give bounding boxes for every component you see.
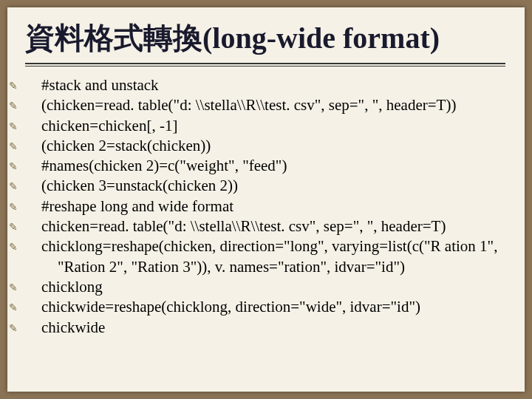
code-line: ✎(chicken 3=unstack(chicken 2)) (41, 176, 507, 196)
code-line: ✎chicklong=reshape(chicken, direction="l… (41, 236, 507, 277)
code-body: ✎#stack and unstack ✎(chicken=read. tabl… (25, 75, 507, 338)
code-line: ✎(chicken 2=stack(chicken)) (41, 136, 507, 156)
code-line: ✎(chicken=read. table("d: \\stella\\R\\t… (41, 95, 507, 115)
bullet-icon: ✎ (25, 100, 35, 113)
slide-title: 資料格式轉換(long-wide format) (25, 18, 507, 58)
code-text: chicklong (41, 278, 103, 296)
code-line: ✎chicklong (41, 277, 507, 297)
bullet-icon: ✎ (25, 160, 35, 174)
divider-thin (25, 66, 505, 66)
bullet-icon: ✎ (25, 221, 35, 234)
code-line: ✎chicken=chicken[, -1] (41, 116, 507, 136)
code-text: #stack and unstack (41, 76, 159, 94)
code-text: (chicken 2=stack(chicken)) (41, 137, 211, 154)
code-line: ✎chickwide=reshape(chicklong, direction=… (41, 297, 507, 317)
code-text: chickwide=reshape(chicklong, direction="… (41, 298, 420, 316)
code-line: ✎chickwide (41, 318, 507, 338)
code-line: ✎#reshape long and wide format (41, 197, 507, 216)
code-text: chicken=read. table("d: \\stella\\R\\tes… (41, 217, 446, 235)
code-text: (chicken 3=unstack(chicken 2)) (41, 177, 238, 194)
code-text: chickwide (41, 318, 105, 336)
bullet-icon: ✎ (25, 140, 35, 154)
code-text: chicklong=reshape(chicken, direction="lo… (41, 237, 497, 275)
bullet-icon: ✎ (25, 301, 35, 315)
bullet-icon: ✎ (25, 322, 35, 335)
bullet-icon: ✎ (25, 282, 35, 295)
bullet-icon: ✎ (25, 241, 35, 254)
slide: 資料格式轉換(long-wide format) ✎#stack and uns… (7, 7, 525, 392)
code-line: ✎chicken=read. table("d: \\stella\\R\\te… (41, 216, 507, 236)
code-text: chicken=chicken[, -1] (41, 117, 177, 134)
code-text: #names(chicken 2)=c("weight", "feed") (41, 157, 287, 174)
bullet-icon: ✎ (25, 80, 35, 93)
divider-thick (25, 63, 505, 64)
code-line: ✎#names(chicken 2)=c("weight", "feed") (41, 156, 507, 176)
code-line: ✎#stack and unstack (41, 75, 507, 95)
bullet-icon: ✎ (25, 120, 35, 134)
bullet-icon: ✎ (25, 201, 35, 214)
code-text: #reshape long and wide format (41, 197, 233, 215)
code-text: (chicken=read. table("d: \\stella\\R\\te… (41, 96, 456, 114)
bullet-icon: ✎ (25, 180, 35, 194)
